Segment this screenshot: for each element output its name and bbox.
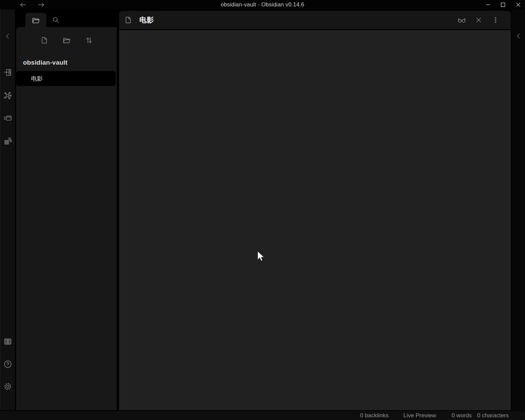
editor-tab-title: 电影 — [139, 15, 154, 25]
window-close-button[interactable] — [513, 1, 523, 9]
minimize-icon — [485, 2, 491, 7]
status-editor-mode[interactable]: Live Preview — [404, 412, 436, 419]
right-sidebar-strip — [511, 9, 525, 410]
minimize-button[interactable] — [483, 1, 493, 9]
close-tab-button[interactable] — [474, 15, 484, 25]
close-icon — [516, 2, 521, 7]
reading-view-button[interactable] — [457, 15, 467, 25]
graph-view-icon — [3, 91, 13, 100]
file-item-selected[interactable]: 电影 — [16, 71, 116, 86]
expand-right-sidebar-button[interactable] — [514, 31, 523, 40]
vault-name[interactable]: obsidian-vault — [23, 59, 68, 66]
random-blocks-button[interactable] — [3, 136, 13, 146]
tab-file-explorer[interactable] — [25, 13, 46, 28]
maximize-icon — [500, 2, 506, 7]
reading-view-icon — [457, 15, 466, 25]
mouse-cursor — [257, 251, 265, 262]
file-item-label: 电影 — [31, 75, 43, 83]
document-icon — [124, 16, 133, 24]
graph-view-button[interactable] — [3, 90, 13, 101]
quick-switcher-icon — [3, 68, 13, 77]
open-vault-button[interactable] — [3, 336, 13, 347]
open-vault-icon — [3, 337, 13, 346]
explorer-action-bar — [16, 36, 117, 45]
tab-search[interactable] — [48, 14, 63, 26]
left-ribbon — [0, 9, 15, 410]
new-folder-button[interactable] — [62, 36, 71, 45]
title-bar: obsidian-vault - Obsidian v0.14.6 — [0, 0, 525, 9]
sort-order-button[interactable] — [85, 36, 93, 45]
collapse-left-sidebar-button[interactable] — [3, 31, 13, 41]
more-options-button[interactable] — [490, 15, 501, 25]
more-options-icon — [492, 16, 499, 24]
window-title: obsidian-vault - Obsidian v0.14.6 — [0, 1, 525, 8]
settings-icon — [3, 382, 13, 391]
slides-button[interactable] — [3, 113, 13, 123]
maximize-button[interactable] — [498, 1, 508, 9]
status-word-count: 0 words — [452, 412, 472, 419]
file-explorer-panel: obsidian-vault 电影 — [16, 27, 117, 410]
sort-order-icon — [85, 36, 93, 45]
obsidian-window: obsidian-vault - Obsidian v0.14.6 — [0, 0, 525, 420]
help-icon — [3, 359, 13, 369]
chevron-left-icon — [515, 32, 523, 40]
new-note-icon — [40, 36, 48, 44]
editor-content-area[interactable] — [119, 30, 511, 410]
quick-switcher-button[interactable] — [3, 67, 13, 78]
new-folder-icon — [62, 36, 71, 45]
chevron-left-icon — [4, 32, 12, 40]
new-note-button[interactable] — [40, 36, 49, 45]
status-character-count: 0 characters — [477, 412, 509, 419]
slides-icon — [3, 113, 13, 123]
status-bar: 0 backlinks Live Preview 0 words 0 chara… — [0, 410, 525, 420]
close-icon — [475, 16, 482, 24]
settings-button[interactable] — [3, 381, 13, 392]
status-backlinks[interactable]: 0 backlinks — [360, 412, 388, 419]
random-blocks-icon — [3, 136, 13, 146]
search-icon — [52, 16, 60, 24]
folder-icon — [31, 16, 40, 25]
help-button[interactable] — [3, 359, 13, 369]
editor-tab-header: 电影 — [119, 11, 511, 29]
